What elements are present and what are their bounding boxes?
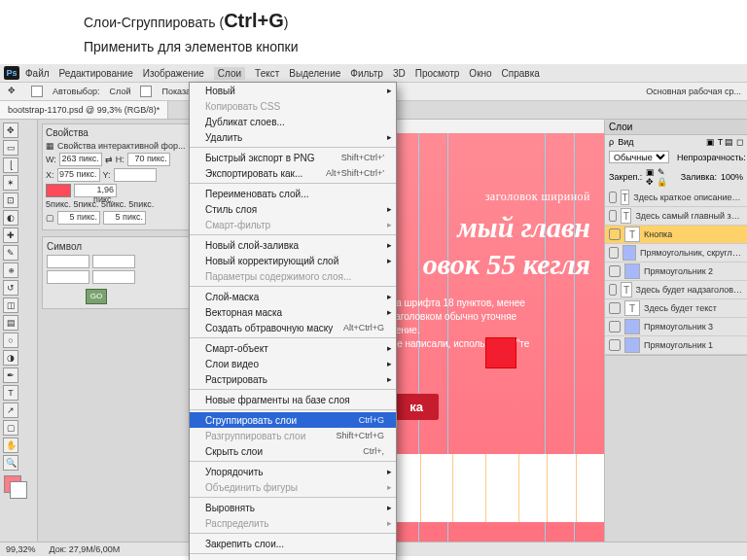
layer-row[interactable]: Прямоугольник 3 bbox=[605, 318, 747, 336]
menu-item[interactable]: Удалить bbox=[190, 129, 396, 145]
stroke-input[interactable]: 1,96 пикс. bbox=[74, 184, 117, 197]
blend-mode[interactable]: Обычные bbox=[609, 151, 669, 163]
visibility-icon[interactable] bbox=[609, 302, 621, 314]
tool-wand[interactable]: ✶ bbox=[3, 175, 18, 191]
tool-pen[interactable]: ✒ bbox=[3, 368, 18, 383]
menu-text[interactable]: Текст bbox=[255, 68, 279, 79]
autoselect-checkbox[interactable] bbox=[31, 86, 43, 97]
menu-item[interactable]: Закрепить слои... bbox=[190, 536, 396, 551]
menu-item[interactable]: Скрыть слоиCtrl+, bbox=[190, 443, 396, 459]
menu-3d[interactable]: 3D bbox=[393, 68, 406, 79]
tool-history[interactable]: ↺ bbox=[3, 280, 18, 296]
menu-item[interactable]: Быстрый экспорт в PNGShift+Ctrl+' bbox=[190, 150, 396, 165]
fill-value[interactable]: 100% bbox=[721, 172, 743, 182]
menu-select[interactable]: Выделение bbox=[289, 68, 340, 79]
menu-item[interactable]: Связать слои bbox=[190, 556, 396, 560]
r2-input[interactable]: 5 пикс. bbox=[103, 211, 146, 225]
tool-zoom[interactable]: 🔍 bbox=[3, 455, 18, 471]
font-size[interactable] bbox=[47, 270, 89, 284]
go-button[interactable]: GO bbox=[86, 289, 107, 304]
visibility-icon[interactable] bbox=[609, 339, 621, 351]
tool-dodge[interactable]: ◑ bbox=[3, 350, 18, 366]
font-family[interactable] bbox=[47, 255, 89, 268]
color-swatches[interactable] bbox=[4, 475, 31, 499]
visibility-icon[interactable] bbox=[609, 247, 619, 259]
x-input[interactable]: 975 пикс. bbox=[57, 168, 100, 182]
menu-filter[interactable]: Фильтр bbox=[350, 68, 383, 79]
menu-item[interactable]: Стиль слоя bbox=[190, 201, 396, 217]
r1-input[interactable]: 5 пикс. bbox=[57, 211, 100, 225]
menu-image[interactable]: Изображение bbox=[143, 68, 204, 79]
tool-eyedrop[interactable]: ◐ bbox=[3, 210, 18, 226]
menubar[interactable]: Ps Файл Редактирование Изображение Слои … bbox=[0, 64, 747, 83]
menu-item[interactable]: Упорядочить bbox=[190, 464, 396, 479]
zoom-readout[interactable]: 99,32% bbox=[6, 544, 36, 554]
tool-text[interactable]: T bbox=[3, 385, 18, 401]
menu-item[interactable]: Выровнять bbox=[190, 500, 396, 515]
visibility-icon[interactable] bbox=[609, 228, 621, 240]
menu-item[interactable]: Создать обтравочную маскуAlt+Ctrl+G bbox=[190, 320, 396, 335]
font-style[interactable] bbox=[92, 255, 135, 268]
visibility-icon[interactable] bbox=[609, 210, 617, 222]
layer-row[interactable]: TКнопка bbox=[605, 226, 747, 244]
menu-item[interactable]: Векторная маска bbox=[190, 304, 396, 320]
layers-menu-dropdown[interactable]: НовыйКопировать CSSДубликат слоев...Удал… bbox=[189, 82, 397, 560]
visibility-icon[interactable] bbox=[609, 321, 621, 332]
visibility-icon[interactable] bbox=[609, 192, 617, 203]
visibility-icon[interactable] bbox=[609, 265, 621, 277]
h-input[interactable]: 70 пикс. bbox=[127, 153, 170, 166]
menu-item[interactable]: Новый слой-заливка bbox=[190, 237, 396, 253]
menu-item[interactable]: Дубликат слоев... bbox=[190, 114, 396, 129]
menu-item[interactable]: Экспортировать как...Alt+Shift+Ctrl+' bbox=[190, 165, 396, 181]
lock-icons[interactable]: ▣ ✎ ✥ 🔒 bbox=[646, 167, 673, 187]
menu-item[interactable]: Сгруппировать слоиCtrl+G bbox=[190, 412, 396, 428]
showcontrols-checkbox[interactable] bbox=[140, 86, 152, 97]
layer-row[interactable]: TЗдесь самый главный заголовок 55 кегля bbox=[605, 207, 747, 226]
layer-row[interactable]: TЗдесь будет текст bbox=[605, 299, 747, 318]
menu-item[interactable]: Слои видео bbox=[190, 356, 396, 371]
tool-stamp[interactable]: ⎈ bbox=[3, 262, 18, 278]
menu-edit[interactable]: Редактирование bbox=[59, 68, 133, 79]
tool-heal[interactable]: ✚ bbox=[3, 228, 18, 243]
tool-blur[interactable]: ○ bbox=[3, 332, 18, 348]
filter-toggle[interactable]: ▣ T ▤ ◻ bbox=[706, 137, 743, 147]
menu-item[interactable]: Растрировать bbox=[190, 371, 396, 387]
red-square-shape[interactable] bbox=[485, 337, 516, 368]
tool-gradient[interactable]: ▤ bbox=[3, 315, 18, 331]
layer-row[interactable]: Прямоугольник 2 bbox=[605, 262, 747, 281]
menu-item[interactable]: Новые фрагменты на базе слоя bbox=[190, 392, 396, 407]
fill-swatch[interactable] bbox=[46, 184, 71, 197]
layer-row[interactable]: TЗдесь будет надзаголовок шириной 6 к... bbox=[605, 281, 747, 299]
menu-window[interactable]: Окно bbox=[469, 68, 491, 79]
tool-move[interactable]: ✥ bbox=[3, 122, 18, 138]
document-tab[interactable]: bootstrap-1170.psd @ 99,3% (RGB/8)* bbox=[0, 101, 168, 119]
menu-item[interactable]: Смарт-объект bbox=[190, 340, 396, 356]
menu-layers[interactable]: Слои bbox=[214, 67, 245, 80]
menu-item[interactable]: Слой-маска bbox=[190, 289, 396, 304]
w-input[interactable]: 263 пикс. bbox=[59, 153, 102, 166]
tool-crop[interactable]: ⊡ bbox=[3, 192, 18, 208]
workspace-switcher[interactable]: Основная рабочая ср... bbox=[646, 87, 741, 96]
tool-lasso[interactable]: ɭ bbox=[3, 158, 18, 173]
menu-view[interactable]: Просмотр bbox=[415, 68, 460, 79]
leading[interactable] bbox=[92, 270, 135, 284]
layer-row[interactable]: Прямоугольник, скругл. углы 1 bbox=[605, 244, 747, 262]
tool-marquee[interactable]: ▭ bbox=[3, 140, 18, 156]
layer-row[interactable]: TЗдесь краткое описание, высота шрифта 1… bbox=[605, 189, 747, 207]
tool-path[interactable]: ↗ bbox=[3, 402, 18, 418]
tool-shape[interactable]: ▢ bbox=[3, 420, 18, 436]
menu-help[interactable]: Справка bbox=[502, 68, 540, 79]
tool-brush[interactable]: ✎ bbox=[3, 245, 18, 261]
menu-item[interactable]: Переименовать слой... bbox=[190, 186, 396, 201]
layer-row[interactable]: Прямоугольник 1 bbox=[605, 336, 747, 355]
visibility-icon[interactable] bbox=[609, 284, 617, 296]
tool-eraser[interactable]: ◫ bbox=[3, 298, 18, 313]
menu-item[interactable]: Новый bbox=[190, 83, 396, 98]
background-color[interactable] bbox=[10, 481, 27, 499]
layers-list[interactable]: TЗдесь краткое описание, высота шрифта 1… bbox=[605, 189, 747, 355]
tool-hand[interactable]: ✋ bbox=[3, 438, 18, 453]
cta-button[interactable]: ка bbox=[394, 394, 439, 420]
menu-item[interactable]: Новый корректирующий слой bbox=[190, 253, 396, 268]
y-input[interactable] bbox=[114, 168, 157, 182]
autoselect-target[interactable]: Слой bbox=[110, 87, 131, 96]
